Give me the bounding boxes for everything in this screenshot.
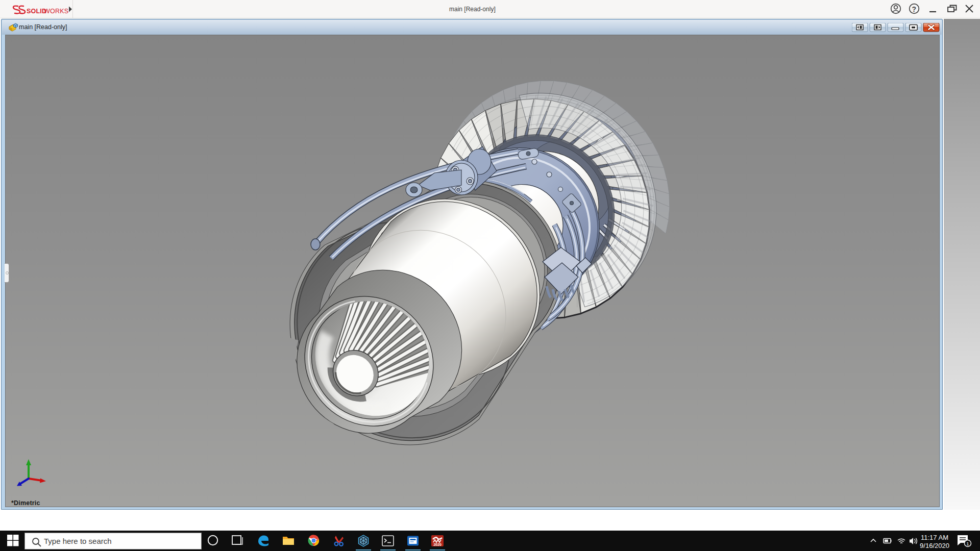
svg-text:2020: 2020 — [433, 543, 442, 546]
svg-text:WORKS: WORKS — [44, 8, 68, 15]
svg-text:1: 1 — [966, 541, 969, 546]
svg-text:?: ? — [912, 5, 917, 13]
